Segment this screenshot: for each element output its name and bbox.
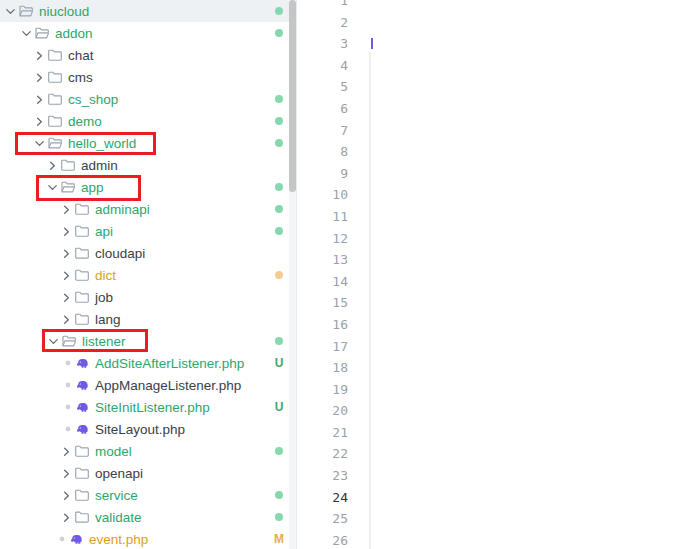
folder-open-icon xyxy=(34,25,50,41)
file-bullet xyxy=(62,374,73,396)
chevron-right-icon[interactable] xyxy=(60,225,73,238)
line-number-24[interactable]: 24 xyxy=(298,487,348,509)
tree-item-addon[interactable]: addon xyxy=(0,22,296,44)
line-number-14[interactable]: 14 xyxy=(298,271,348,293)
chevron-down-icon[interactable] xyxy=(47,335,60,348)
file-bullet xyxy=(62,396,73,418)
folder-open-icon xyxy=(60,179,76,195)
line-number-9[interactable]: 9 xyxy=(298,163,348,185)
chevron-right-icon[interactable] xyxy=(33,71,46,84)
chevron-right-icon[interactable] xyxy=(33,115,46,128)
tree-item-chat[interactable]: chat xyxy=(0,44,296,66)
tree-item-appmanagelistener-php[interactable]: AppManageListener.php xyxy=(0,374,296,396)
chevron-down-icon xyxy=(4,5,17,18)
tree-item-niucloud[interactable]: niucloud xyxy=(0,0,296,22)
folder-icon xyxy=(74,465,90,481)
line-number-22[interactable]: 22 xyxy=(298,443,348,465)
line-number-26[interactable]: 26 xyxy=(298,530,348,549)
folder-icon xyxy=(74,443,90,459)
tree-item-job[interactable]: job xyxy=(0,286,296,308)
tree-item-model[interactable]: model xyxy=(0,440,296,462)
line-number-4[interactable]: 4 xyxy=(298,55,348,77)
line-number-18[interactable]: 18 xyxy=(298,357,348,379)
line-number-20[interactable]: 20 xyxy=(298,400,348,422)
tree-item-demo[interactable]: demo xyxy=(0,110,296,132)
git-status-dot xyxy=(270,264,288,286)
tree-item-service[interactable]: service xyxy=(0,484,296,506)
chevron-down-icon[interactable] xyxy=(46,181,59,194)
scrollbar-thumb[interactable] xyxy=(289,0,296,192)
line-number-19[interactable]: 19 xyxy=(298,379,348,401)
tree-item-cs-shop[interactable]: cs_shop xyxy=(0,88,296,110)
line-number-11[interactable]: 11 xyxy=(298,206,348,228)
tree-item-adminapi[interactable]: adminapi xyxy=(0,198,296,220)
tree-item-cloudapi[interactable]: cloudapi xyxy=(0,242,296,264)
tree-item-label: AddSiteAfterListener.php xyxy=(95,356,244,371)
chevron-down-icon[interactable] xyxy=(33,137,46,150)
line-number-17[interactable]: 17 xyxy=(298,336,348,358)
tree-item-listener[interactable]: listener xyxy=(0,330,296,352)
folder-icon xyxy=(74,509,90,525)
tree-item-addsiteafterlistener-php[interactable]: AddSiteAfterListener.phpU xyxy=(0,352,296,374)
tree-item-validate[interactable]: validate xyxy=(0,506,296,528)
line-number-15[interactable]: 15 xyxy=(298,292,348,314)
php-file-icon xyxy=(74,355,90,371)
line-number-12[interactable]: 12 xyxy=(298,228,348,250)
chevron-right-icon[interactable] xyxy=(60,269,73,282)
chevron-right-icon[interactable] xyxy=(60,511,73,524)
chevron-down-icon[interactable] xyxy=(20,27,33,40)
tree-item-lang[interactable]: lang xyxy=(0,308,296,330)
tree-item-label: niucloud xyxy=(39,4,89,19)
line-number-1[interactable]: 1 xyxy=(298,0,348,12)
folder-icon xyxy=(74,245,90,261)
editor-pane[interactable]: 1234567891011121314151617181920212223242… xyxy=(298,0,681,549)
line-number-16[interactable]: 16 xyxy=(298,314,348,336)
chevron-right-icon[interactable] xyxy=(60,313,73,326)
chevron-right-icon[interactable] xyxy=(60,291,73,304)
tree-item-admin[interactable]: admin xyxy=(0,154,296,176)
folder-icon xyxy=(47,47,63,63)
chevron-right-icon[interactable] xyxy=(60,445,73,458)
chevron-right-icon[interactable] xyxy=(60,247,73,260)
line-number-2[interactable]: 2 xyxy=(298,12,348,34)
line-number-13[interactable]: 13 xyxy=(298,249,348,271)
bullet-icon xyxy=(59,536,65,542)
tree-item-label: api xyxy=(95,224,113,239)
tree-item-sitelayout-php[interactable]: SiteLayout.php xyxy=(0,418,296,440)
php-elephant-icon xyxy=(75,422,90,437)
file-tree: niucloud addon chat cms cs_shop demo hel… xyxy=(0,0,296,549)
folder-open-icon xyxy=(47,135,63,151)
line-number-23[interactable]: 23 xyxy=(298,465,348,487)
line-number-6[interactable]: 6 xyxy=(298,98,348,120)
line-number-5[interactable]: 5 xyxy=(298,76,348,98)
line-number-25[interactable]: 25 xyxy=(298,508,348,530)
tree-item-label: admin xyxy=(81,158,118,173)
chevron-down-icon[interactable] xyxy=(4,5,17,18)
tree-item-cms[interactable]: cms xyxy=(0,66,296,88)
chevron-right-icon[interactable] xyxy=(46,159,59,172)
line-number-7[interactable]: 7 xyxy=(298,120,348,142)
git-status-dot xyxy=(270,88,288,110)
indent-guide-line xyxy=(369,52,371,549)
tree-item-hello-world[interactable]: hello_world xyxy=(0,132,296,154)
tree-item-openapi[interactable]: openapi xyxy=(0,462,296,484)
tree-item-app[interactable]: app xyxy=(0,176,296,198)
chevron-right-icon xyxy=(33,49,46,62)
chevron-right-icon[interactable] xyxy=(60,489,73,502)
chevron-right-icon[interactable] xyxy=(60,467,73,480)
text-cursor xyxy=(371,38,373,49)
explorer-scrollbar[interactable] xyxy=(289,0,296,549)
chevron-right-icon xyxy=(60,247,73,260)
tree-item-label: validate xyxy=(95,510,142,525)
line-number-3[interactable]: 3 xyxy=(298,33,348,55)
tree-item-event-php[interactable]: event.phpM xyxy=(0,528,296,549)
chevron-right-icon[interactable] xyxy=(60,203,73,216)
tree-item-api[interactable]: api xyxy=(0,220,296,242)
chevron-right-icon[interactable] xyxy=(33,49,46,62)
line-number-8[interactable]: 8 xyxy=(298,141,348,163)
line-number-10[interactable]: 10 xyxy=(298,184,348,206)
chevron-right-icon[interactable] xyxy=(33,93,46,106)
tree-item-dict[interactable]: dict xyxy=(0,264,296,286)
tree-item-siteinitlistener-php[interactable]: SiteInitListener.phpU xyxy=(0,396,296,418)
line-number-21[interactable]: 21 xyxy=(298,422,348,444)
